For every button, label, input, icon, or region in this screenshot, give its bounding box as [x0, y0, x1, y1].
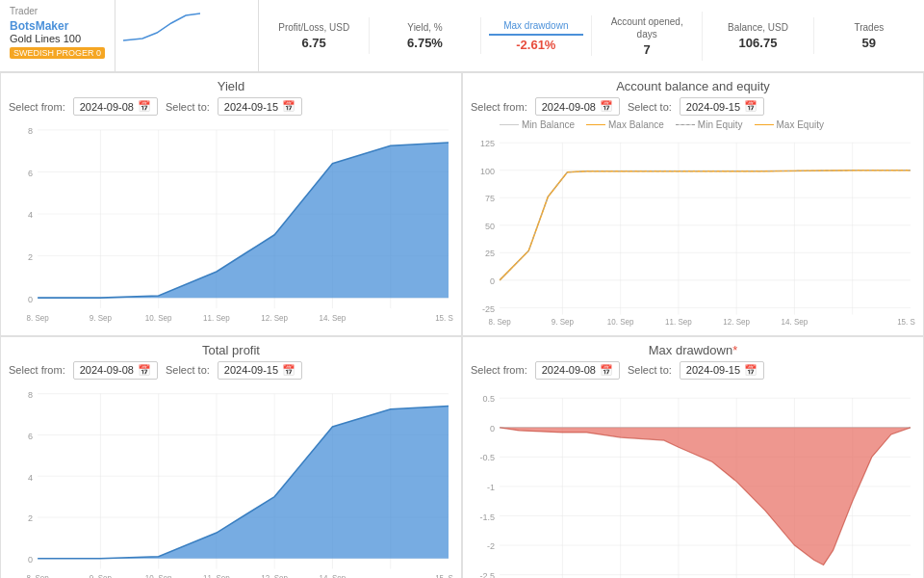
svg-text:15. Sep: 15. Sep	[435, 573, 453, 578]
drawdown-chart-svg: 0.5 0 -0.5 -1 -1.5 -2 -2.5 8. Sep 9. Sep…	[471, 383, 915, 578]
yield-to-input[interactable]: 2024-09-15 📅	[218, 97, 302, 116]
stats-columns: Profit/Loss, USD 6.75 Yield, % 6.75% Max…	[259, 0, 924, 71]
svg-text:50: 50	[485, 222, 495, 231]
drawdown-from-cal-icon[interactable]: 📅	[600, 364, 613, 377]
balance-date-row: Select from: 2024-09-08 📅 Select to: 202…	[471, 97, 915, 116]
top-bar: Trader BotsMaker Gold Lines 100 SWEDISH …	[0, 0, 924, 72]
balance-title: Account balance and equity	[471, 79, 915, 93]
mini-chart	[116, 0, 259, 71]
balance-panel: Account balance and equity Select from: …	[462, 72, 924, 336]
svg-text:-1: -1	[487, 483, 495, 492]
stat-profit-value: 6.75	[267, 36, 361, 50]
svg-text:14. Sep: 14. Sep	[320, 573, 346, 578]
svg-text:-1.5: -1.5	[480, 512, 496, 521]
mini-chart-svg	[123, 4, 250, 67]
trader-strategy: Gold Lines 100	[10, 33, 105, 44]
yield-chart-area: 8 6 4 2 0 8. Sep 9. Sep 10. Sep 11. Sep …	[9, 119, 453, 329]
svg-text:0: 0	[490, 276, 495, 286]
drawdown-asterisk: *	[732, 343, 737, 357]
legend-min-equity: Min Equity	[676, 119, 743, 130]
svg-text:9. Sep: 9. Sep	[552, 318, 575, 327]
svg-text:125: 125	[480, 139, 495, 148]
main-content: Yield Select from: 2024-09-08 📅 Select t…	[0, 72, 924, 578]
trader-column-header: Trader	[10, 6, 105, 16]
trader-badge: SWEDISH PROGER 0	[10, 47, 105, 59]
svg-text:0: 0	[28, 555, 33, 565]
yield-from-cal-icon[interactable]: 📅	[138, 100, 151, 113]
legend-max-balance: Max Balance	[586, 119, 664, 130]
svg-text:25: 25	[485, 249, 495, 258]
drawdown-date-row: Select from: 2024-09-08 📅 Select to: 202…	[471, 361, 915, 380]
yield-to-cal-icon[interactable]: 📅	[282, 100, 295, 113]
svg-text:4: 4	[28, 209, 33, 220]
stat-balance: Balance, USD 106.75	[703, 17, 813, 54]
balance-to-cal-icon[interactable]: 📅	[744, 100, 757, 113]
stat-days-value: 7	[600, 42, 694, 57]
balance-from-label: Select from:	[471, 101, 527, 113]
stat-yield-value: 6.75%	[377, 36, 472, 50]
profit-chart-svg: 8 6 4 2 0 8. Sep 9. Sep 10. Sep 11. Sep …	[9, 383, 453, 578]
yield-chart-svg: 8 6 4 2 0 8. Sep 9. Sep 10. Sep 11. Sep …	[9, 119, 453, 329]
stat-profit-header: Profit/Loss, USD	[267, 21, 361, 34]
balance-from-input[interactable]: 2024-09-08 📅	[535, 97, 620, 116]
svg-text:11. Sep: 11. Sep	[665, 318, 692, 327]
balance-from-cal-icon[interactable]: 📅	[600, 100, 613, 113]
svg-text:0: 0	[28, 293, 33, 303]
profit-from-input[interactable]: 2024-09-08 📅	[73, 361, 158, 380]
svg-text:9. Sep: 9. Sep	[90, 313, 113, 323]
drawdown-from-input[interactable]: 2024-09-08 📅	[535, 361, 620, 380]
stat-drawdown-header: Max drawdown	[489, 19, 583, 36]
balance-chart-svg: 125 100 75 50 25 0 -25 8. Sep 9. Sep 10.…	[471, 133, 915, 329]
yield-from-label: Select from:	[9, 101, 65, 113]
profit-to-input[interactable]: 2024-09-15 📅	[218, 361, 302, 380]
profit-from-cal-icon[interactable]: 📅	[138, 364, 151, 377]
stat-drawdown: Max drawdown -2.61%	[481, 15, 592, 56]
svg-text:2: 2	[28, 251, 33, 262]
svg-text:14. Sep: 14. Sep	[320, 313, 346, 323]
svg-text:12. Sep: 12. Sep	[261, 573, 288, 578]
profit-from-label: Select from:	[9, 364, 65, 376]
stat-balance-value: 106.75	[710, 36, 805, 50]
svg-text:14. Sep: 14. Sep	[782, 318, 808, 327]
svg-text:6: 6	[28, 431, 33, 440]
svg-text:8. Sep: 8. Sep	[489, 318, 512, 327]
trader-name[interactable]: BotsMaker	[10, 19, 105, 33]
yield-date-row: Select from: 2024-09-08 📅 Select to: 202…	[9, 97, 453, 116]
stat-drawdown-value: -2.61%	[489, 38, 583, 52]
svg-text:8: 8	[28, 125, 33, 136]
svg-text:-2: -2	[487, 541, 495, 551]
svg-text:4: 4	[28, 472, 33, 482]
balance-chart-area: 125 100 75 50 25 0 -25 8. Sep 9. Sep 10.…	[471, 133, 915, 329]
svg-text:-0.5: -0.5	[480, 453, 496, 462]
stat-trades: Trades 59	[814, 17, 924, 54]
svg-text:8. Sep: 8. Sep	[27, 313, 50, 323]
profit-to-cal-icon[interactable]: 📅	[282, 364, 295, 377]
stat-yield-header: Yield, %	[377, 21, 472, 34]
drawdown-panel: Max drawdown* Select from: 2024-09-08 📅 …	[462, 336, 924, 578]
stat-trades-value: 59	[822, 36, 916, 50]
drawdown-chart-area: 0.5 0 -0.5 -1 -1.5 -2 -2.5 8. Sep 9. Sep…	[471, 383, 915, 578]
drawdown-to-input[interactable]: 2024-09-15 📅	[680, 361, 764, 380]
profit-to-label: Select to:	[166, 364, 210, 376]
yield-to-label: Select to:	[166, 101, 210, 113]
svg-text:8. Sep: 8. Sep	[27, 573, 50, 578]
trader-info: Trader BotsMaker Gold Lines 100 SWEDISH …	[0, 0, 116, 71]
svg-text:12. Sep: 12. Sep	[261, 313, 288, 323]
svg-text:8: 8	[28, 390, 33, 400]
balance-legend: Min Balance Max Balance Min Equity Max E…	[471, 119, 915, 130]
yield-title: Yield	[9, 79, 453, 93]
balance-to-label: Select to:	[628, 101, 672, 113]
profit-panel: Total profit Select from: 2024-09-08 📅 S…	[0, 336, 462, 578]
balance-to-input[interactable]: 2024-09-15 📅	[680, 97, 764, 116]
legend-max-equity: Max Equity	[755, 119, 824, 130]
drawdown-to-cal-icon[interactable]: 📅	[744, 364, 757, 377]
svg-text:15. Sep: 15. Sep	[897, 318, 915, 327]
yield-from-input[interactable]: 2024-09-08 📅	[73, 97, 158, 116]
stat-profit: Profit/Loss, USD 6.75	[259, 17, 370, 54]
legend-min-balance: Min Balance	[500, 119, 575, 130]
svg-text:15. Sep: 15. Sep	[435, 313, 453, 323]
svg-text:-25: -25	[482, 303, 495, 313]
stat-yield: Yield, % 6.75%	[370, 17, 480, 54]
svg-text:75: 75	[485, 194, 495, 203]
stat-balance-header: Balance, USD	[710, 21, 805, 34]
